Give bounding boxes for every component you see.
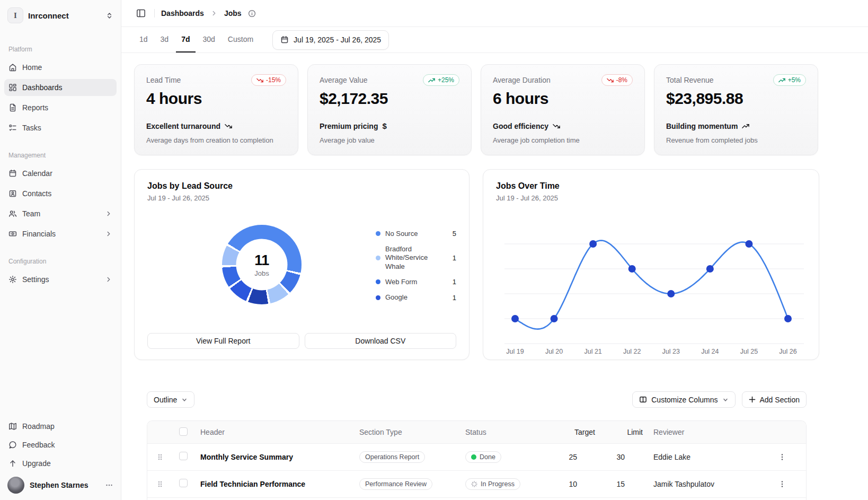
sidebar-item-feedback[interactable]: Feedback: [4, 436, 117, 453]
outline-dropdown[interactable]: Outline: [147, 391, 194, 408]
workspace-initial: I: [14, 11, 17, 20]
message-circle-icon: [8, 441, 17, 449]
app: I Inrconnect Platform Home Dashboards Re…: [0, 0, 868, 500]
workspace-switcher[interactable]: I Inrconnect: [4, 5, 117, 25]
sidebar-item-financials[interactable]: Financials: [4, 225, 117, 242]
trending-down-icon: [553, 123, 560, 129]
gear-icon: [8, 275, 17, 284]
jobs-over-time-chart: Jul 19Jul 20Jul 21Jul 22Jul 23Jul 24Jul …: [494, 216, 809, 355]
chevron-right-icon: [105, 230, 112, 238]
tab-30d[interactable]: 30d: [198, 27, 220, 52]
row-header-cell[interactable]: Field Technician Performance: [194, 480, 353, 488]
select-all-checkbox[interactable]: [179, 427, 188, 436]
card-title: Jobs Over Time: [496, 181, 806, 191]
breadcrumb-dashboards[interactable]: Dashboards: [161, 9, 204, 17]
limit-cell[interactable]: 15: [599, 480, 647, 488]
column-header: Section Type: [353, 428, 459, 436]
tasks-icon: [8, 124, 17, 132]
ellipsis-icon: [105, 481, 113, 489]
sidebar-item-label: Tasks: [22, 124, 41, 132]
kpi-title: Lead Time: [146, 76, 181, 84]
legend-dot: [376, 279, 380, 284]
kpi-value: 4 hours: [146, 90, 286, 108]
sidebar-item-dashboards[interactable]: Dashboards: [4, 79, 117, 96]
column-header: Header: [194, 428, 353, 436]
row-menu-button[interactable]: [758, 453, 806, 461]
sidebar-item-team[interactable]: Team: [4, 205, 117, 222]
table-header-row: Header Section Type Status Target Limit …: [147, 421, 806, 443]
kpi-footnote: Good efficiency: [493, 122, 548, 130]
add-section-button[interactable]: Add Section: [742, 391, 807, 408]
kpi-value: $2,172.35: [320, 90, 459, 108]
column-header: Reviewer: [647, 428, 758, 436]
kpi-value: $23,895.88: [666, 90, 806, 108]
donut-total: 11: [254, 252, 269, 269]
card-subtitle: Jul 19 - Jul 26, 2025: [496, 194, 806, 202]
svg-text:Jul 25: Jul 25: [740, 348, 758, 355]
sidebar-item-label: Calendar: [22, 169, 52, 178]
sidebar-item-roadmap[interactable]: Roadmap: [4, 418, 117, 435]
chevrons-up-down-icon: [105, 12, 113, 20]
reviewer-cell[interactable]: Jamik Tashpulatov: [647, 480, 758, 488]
sidebar-item-calendar[interactable]: Calendar: [4, 165, 117, 182]
status-badge: Done: [465, 451, 501, 463]
row-checkbox[interactable]: [179, 479, 188, 487]
ellipsis-vertical-icon: [778, 453, 786, 461]
tab-1d[interactable]: 1d: [134, 27, 153, 52]
sidebar-toggle-button[interactable]: [134, 6, 148, 20]
target-cell[interactable]: 25: [538, 453, 599, 461]
tab-custom[interactable]: Custom: [223, 27, 259, 52]
kpi-card-average-duration: Average Duration -8% 6 hours Good effici…: [481, 64, 645, 155]
kpi-card-lead-time: Lead Time -15% 4 hours Excellent turnaro…: [134, 64, 298, 155]
sidebar-item-home[interactable]: Home: [4, 59, 117, 76]
tab-7d[interactable]: 7d: [176, 27, 195, 52]
financials-icon: [8, 230, 17, 238]
trending-down-icon: [607, 77, 614, 83]
sidebar-item-reports[interactable]: Reports: [4, 99, 117, 116]
reviewer-cell[interactable]: Eddie Lake: [647, 453, 758, 461]
sidebar-item-settings[interactable]: Settings: [4, 271, 117, 288]
svg-text:Jul 20: Jul 20: [545, 348, 563, 355]
trend-badge: +5%: [773, 74, 806, 86]
date-range-button[interactable]: Jul 19, 2025 - Jul 26, 2025: [272, 30, 389, 50]
calendar-icon: [280, 36, 289, 44]
download-csv-button[interactable]: Download CSV: [305, 333, 457, 349]
sidebar-item-label: Upgrade: [22, 459, 51, 468]
customize-columns-button[interactable]: Customize Columns: [632, 391, 735, 408]
arrow-up-icon: [8, 459, 17, 468]
drag-handle[interactable]: [147, 480, 173, 488]
team-icon: [8, 209, 17, 218]
breadcrumb-jobs[interactable]: Jobs: [224, 9, 242, 17]
donut-center: 11 Jobs: [236, 239, 288, 291]
view-full-report-button[interactable]: View Full Report: [147, 333, 299, 349]
info-icon[interactable]: [248, 10, 256, 17]
target-cell[interactable]: 10: [538, 480, 599, 488]
plus-icon: [749, 396, 756, 403]
sidebar-item-contacts[interactable]: Contacts: [4, 185, 117, 202]
drag-handle[interactable]: [147, 453, 173, 461]
kpi-row: Lead Time -15% 4 hours Excellent turnaro…: [134, 64, 819, 155]
limit-cell[interactable]: 30: [599, 453, 647, 461]
column-header: Status: [459, 428, 538, 436]
legend-item: Google 1: [376, 293, 456, 302]
row-header-cell[interactable]: Monthly Service Summary: [194, 453, 353, 461]
sidebar-item-tasks[interactable]: Tasks: [4, 119, 117, 136]
grip-vertical-icon: [157, 453, 163, 461]
done-dot-icon: [471, 454, 476, 460]
legend-dot: [376, 231, 380, 236]
home-icon: [8, 63, 17, 72]
table-row: Monthly Service Summary Operations Repor…: [147, 443, 806, 470]
chevron-right-icon: [105, 210, 112, 217]
ellipsis-vertical-icon: [778, 480, 786, 488]
grip-vertical-icon: [157, 480, 163, 488]
kpi-description: Average days from creation to completion: [146, 136, 273, 144]
legend-dot: [376, 295, 380, 300]
svg-text:Jul 23: Jul 23: [662, 348, 680, 355]
row-checkbox[interactable]: [179, 452, 188, 460]
tab-3d[interactable]: 3d: [155, 27, 174, 52]
sidebar-item-upgrade[interactable]: Upgrade: [4, 455, 117, 472]
trend-badge: -8%: [601, 74, 633, 86]
user-menu[interactable]: Stephen Starnes: [4, 473, 117, 495]
row-menu-button[interactable]: [758, 480, 806, 488]
content: Lead Time -15% 4 hours Excellent turnaro…: [121, 53, 868, 500]
